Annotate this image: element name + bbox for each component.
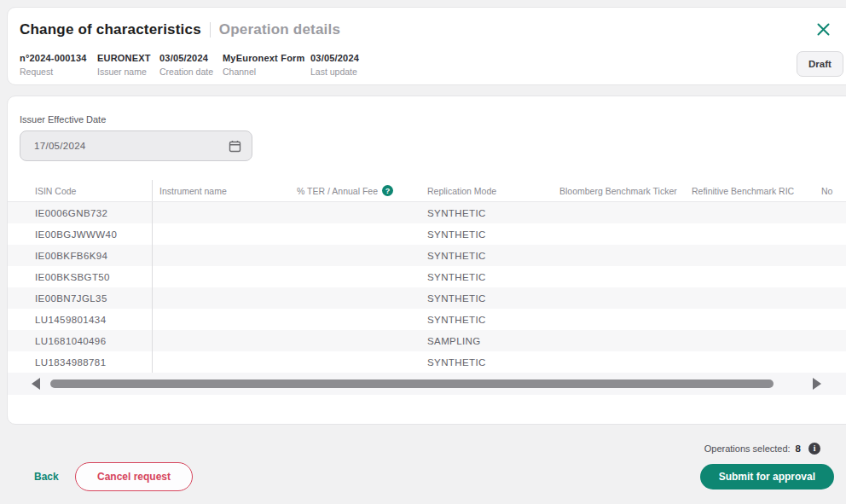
replication-cell: SYNTHETIC: [393, 287, 559, 309]
replication-cell: SYNTHETIC: [393, 202, 559, 223]
breadcrumb: Change of characteristics Operation deta…: [20, 21, 340, 38]
meta-last-update: 03/05/2024 Last update: [310, 53, 359, 77]
operations-table: ISIN Code Instrument name % TER / Annual…: [8, 180, 846, 373]
creation-date: 03/05/2024: [159, 53, 213, 63]
calendar-icon[interactable]: [229, 140, 241, 153]
table-row[interactable]: LU1834988781 SYNTHETIC: [8, 351, 846, 373]
isin-cell: IE0006GNB732: [8, 202, 153, 223]
isin-cell: IE00BN7JGL35: [8, 287, 153, 309]
issuer-name: EURONEXT: [97, 53, 151, 63]
replication-cell: SAMPLING: [393, 330, 559, 351]
meta-creation-date: 03/05/2024 Creation date: [159, 53, 213, 77]
table-row[interactable]: IE00BKFB6K94 SYNTHETIC: [8, 245, 846, 266]
issuer-effective-date-label: Issuer Effective Date: [20, 114, 106, 125]
scroll-left-icon[interactable]: [32, 378, 40, 390]
isin-cell: LU1834988781: [8, 351, 153, 373]
close-icon[interactable]: [814, 20, 832, 38]
column-header-refinitive: Refinitive Benchmark RIC: [692, 180, 821, 201]
replication-cell: SYNTHETIC: [393, 245, 559, 266]
column-header-isin: ISIN Code: [8, 180, 153, 201]
operations-selected: Operations selected: 8 i: [704, 443, 820, 455]
cancel-request-button[interactable]: Cancel request: [75, 462, 193, 491]
isin-cell: IE00BKFB6K94: [8, 245, 153, 266]
table-row[interactable]: IE0006GNB732 SYNTHETIC: [8, 202, 846, 223]
help-icon[interactable]: ?: [382, 185, 393, 196]
operations-selected-count: 8: [796, 443, 801, 454]
operations-selected-label: Operations selected:: [704, 443, 791, 454]
column-header-instrument: Instrument name: [153, 180, 282, 201]
replication-cell: SYNTHETIC: [393, 223, 559, 245]
isin-cell: IE00BGJWWW40: [8, 223, 153, 245]
page-subtitle: Operation details: [219, 21, 340, 38]
table-row[interactable]: LU1459801434 SYNTHETIC: [8, 309, 846, 330]
scrollbar-thumb[interactable]: [50, 379, 774, 388]
page-title: Change of characteristics: [20, 21, 201, 38]
submit-for-approval-button[interactable]: Submit for approval: [700, 464, 834, 490]
table-row[interactable]: LU1681040496 SAMPLING: [8, 330, 846, 351]
status-badge-draft: Draft: [797, 51, 843, 77]
channel: MyEuronext Form: [223, 53, 305, 63]
table-row[interactable]: IE00BN7JGL35 SYNTHETIC: [8, 287, 846, 309]
meta-issuer-name: EURONEXT Issuer name: [97, 53, 151, 77]
table-row[interactable]: IE00BKSBGT50 SYNTHETIC: [8, 266, 846, 287]
operation-content-card: Issuer Effective Date 17/05/2024 ISIN Co…: [7, 96, 846, 425]
column-header-replication: Replication Mode: [393, 180, 559, 201]
replication-cell: SYNTHETIC: [393, 266, 559, 287]
column-header-ter: % TER / Annual Fee ?: [282, 180, 393, 201]
isin-cell: IE00BKSBGT50: [8, 266, 153, 287]
table-row[interactable]: IE00BGJWWW40 SYNTHETIC: [8, 223, 846, 245]
column-header-bloomberg: Bloomberg Benchmark Ticker: [559, 180, 692, 201]
title-divider: [210, 22, 211, 38]
operation-details-header-card: Change of characteristics Operation deta…: [7, 7, 846, 85]
table-body: IE0006GNB732 SYNTHETIC IE00BGJWWW40 SYNT…: [8, 202, 846, 373]
scroll-right-icon[interactable]: [813, 378, 821, 390]
horizontal-scrollbar[interactable]: [8, 373, 846, 395]
table-header-row: ISIN Code Instrument name % TER / Annual…: [8, 180, 846, 202]
meta-request: n°2024-000134 Request: [20, 53, 87, 77]
info-icon[interactable]: i: [808, 443, 820, 455]
meta-channel: MyEuronext Form Channel: [223, 53, 305, 77]
isin-cell: LU1459801434: [8, 309, 153, 330]
issuer-effective-date-input[interactable]: 17/05/2024: [20, 130, 252, 161]
column-header-truncated: No: [821, 180, 846, 201]
isin-cell: LU1681040496: [8, 330, 153, 351]
issuer-effective-date-value: 17/05/2024: [34, 141, 86, 151]
request-number: n°2024-000134: [20, 53, 87, 63]
back-button[interactable]: Back: [34, 471, 59, 483]
replication-cell: SYNTHETIC: [393, 351, 559, 373]
replication-cell: SYNTHETIC: [393, 309, 559, 330]
last-update: 03/05/2024: [310, 53, 359, 63]
